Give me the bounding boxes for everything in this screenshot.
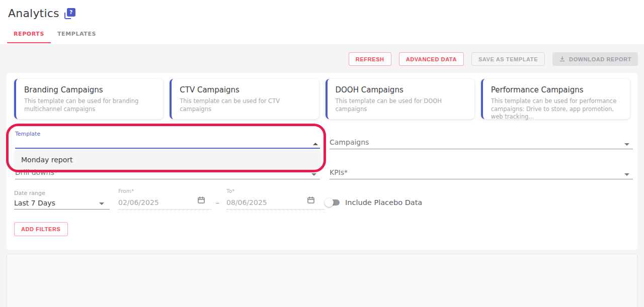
add-filters-button[interactable]: ADD FILTERS — [14, 222, 68, 236]
chevron-down-icon[interactable] — [624, 143, 629, 146]
chevron-up-icon[interactable] — [313, 143, 318, 145]
kpis-select[interactable]: KPIs* — [330, 168, 348, 176]
chevron-down-icon[interactable] — [311, 173, 316, 176]
report-content-area — [7, 254, 637, 307]
calendar-icon[interactable] — [306, 195, 315, 204]
to-date-input[interactable]: 08/06/2025 — [226, 198, 267, 207]
download-report-button[interactable]: DOWNLOAD REPORT — [552, 52, 638, 66]
template-dropdown-menu: Monday report — [15, 150, 320, 169]
template-card-ctv[interactable]: CTV Campaigns This template can be used … — [170, 79, 318, 119]
page-header: Analytics ? — [8, 7, 75, 20]
from-date-input[interactable]: 02/06/2025 — [118, 198, 159, 207]
filter-panel: Branding Campaigns This template can be … — [7, 73, 637, 250]
card-title: CTV Campaigns — [180, 85, 310, 94]
campaigns-select[interactable]: Campaigns — [330, 138, 369, 146]
toggle-thumb — [325, 198, 334, 207]
tab-templates[interactable]: TEMPLATES — [51, 27, 103, 43]
drill-downs-select-underline — [15, 179, 320, 179]
template-card-row: Branding Campaigns This template can be … — [14, 79, 630, 119]
from-date-underline — [118, 209, 211, 210]
toolbar: REFRESH ADVANCED DATA SAVE AS TEMPLATE D… — [349, 52, 638, 66]
kpis-select-underline — [330, 179, 633, 179]
page-title: Analytics — [8, 7, 59, 20]
calendar-icon[interactable] — [197, 195, 206, 204]
download-report-label: DOWNLOAD REPORT — [569, 56, 631, 62]
template-card-branding[interactable]: Branding Campaigns This template can be … — [14, 79, 163, 119]
template-select[interactable] — [15, 136, 320, 149]
to-date-label: To* — [226, 188, 234, 194]
from-date-label: From* — [118, 188, 134, 194]
card-description: This template can be used for CTV campai… — [180, 97, 310, 113]
tab-bar: REPORTS TEMPLATES — [7, 27, 103, 43]
template-select-underline — [15, 148, 320, 149]
card-title: Branding Campaigns — [24, 85, 155, 94]
save-as-template-button[interactable]: SAVE AS TEMPLATE — [471, 52, 545, 66]
date-range-underline — [14, 209, 110, 210]
analytics-page: Analytics ? REPORTS TEMPLATES REFRESH AD… — [0, 0, 644, 307]
menu-item-monday-report[interactable]: Monday report — [15, 150, 320, 169]
include-placebo-label: Include Placebo Data — [345, 198, 422, 207]
card-description: This template can be used for branding m… — [24, 97, 155, 113]
drill-downs-select[interactable]: Drill downs* — [15, 168, 58, 176]
help-icon[interactable]: ? — [64, 8, 75, 19]
refresh-button[interactable]: REFRESH — [349, 52, 391, 66]
card-description: This template can be used for performanc… — [491, 97, 622, 121]
template-card-performance[interactable]: Performance Campaigns This template can … — [481, 79, 630, 119]
date-range-label: Date range — [14, 190, 45, 196]
template-card-dooh[interactable]: DOOH Campaigns This template can be used… — [326, 79, 474, 119]
chevron-down-icon[interactable] — [624, 173, 629, 176]
download-icon — [559, 56, 566, 62]
tab-reports[interactable]: REPORTS — [7, 27, 51, 43]
to-date-underline — [226, 209, 325, 210]
card-title: DOOH Campaigns — [336, 85, 466, 94]
help-icon-glyph: ? — [67, 8, 75, 17]
chevron-down-icon[interactable] — [99, 202, 104, 205]
card-description: This template can be used for DOOH campa… — [336, 97, 466, 113]
include-placebo-toggle[interactable] — [325, 198, 341, 207]
card-title: Performance Campaigns — [491, 85, 622, 94]
advanced-data-button[interactable]: ADVANCED DATA — [399, 52, 464, 66]
date-range-separator: – — [216, 198, 219, 207]
campaigns-select-underline — [330, 149, 633, 149]
date-range-select[interactable]: Last 7 Days — [14, 199, 55, 207]
